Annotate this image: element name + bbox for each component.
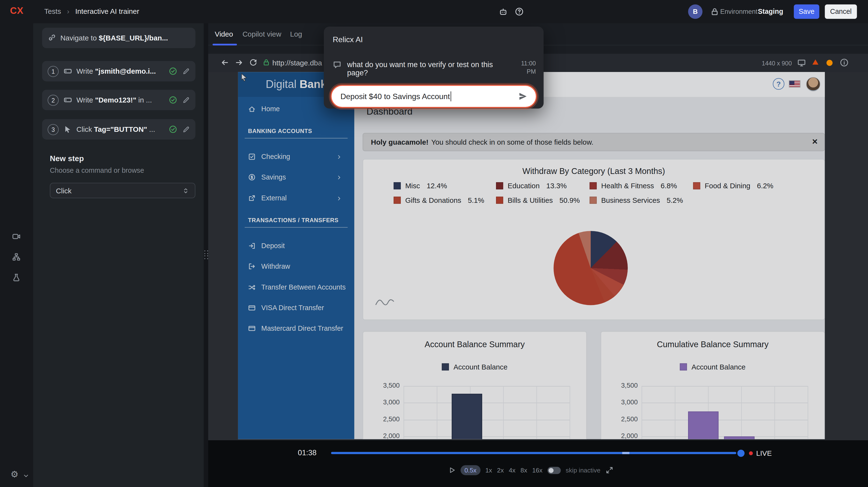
dollar-coin-icon [248,173,256,181]
progress-bar[interactable] [331,452,736,454]
ai-prompt-value: Deposit $40 to Savings Account [341,92,450,101]
bank-nav-deposit[interactable]: Deposit [238,238,354,254]
viewport-resolution: 1440 x 900 [762,60,792,66]
alert-close-icon[interactable]: × [812,136,817,147]
legend-item[interactable]: Health & Fitness6.8% [589,182,693,190]
url-text[interactable]: http://stage.dba [273,59,322,67]
legend-swatch [394,196,401,204]
legend-item[interactable]: Education13.3% [496,182,589,190]
user-avatar[interactable]: B [688,4,702,19]
external-link-icon [248,194,256,202]
tab-copilot-view[interactable]: Copilot view [242,30,281,38]
ai-prompt-input[interactable]: Deposit $40 to Savings Account [331,85,537,108]
legend-item[interactable]: Misc12.4% [394,182,496,190]
flows-sitemap-icon[interactable] [11,252,21,262]
speed-option-16x[interactable]: 16x [532,467,542,474]
monitor-icon[interactable] [797,58,806,67]
legend-swatch [442,363,449,370]
settings-gear-icon[interactable]: ⚙ [10,469,19,480]
bar-chart-legend[interactable]: Account Balance [363,363,586,371]
step-label: Write "jsmith@demo.i... [76,67,165,75]
bank-nav-mastercard[interactable]: Mastercard Direct Transfer [238,320,354,337]
send-icon[interactable] [518,91,528,101]
playhead-handle[interactable] [738,450,745,457]
bank-nav-visa[interactable]: VISA Direct Transfer [238,300,354,316]
step-card-2[interactable]: 2 Write "Demo123!" in ... [42,90,195,110]
back-icon[interactable] [220,58,229,67]
y-tick-label: 3,500 [611,382,638,389]
alert-text: You should check in on some of those fie… [431,138,594,146]
line-chart-icon[interactable] [375,298,394,306]
bar-chart-title: Account Balance Summary [363,339,586,349]
live-label[interactable]: LIVE [756,449,772,457]
environment-value[interactable]: Staging [758,7,783,15]
chevron-down-icon[interactable] [23,473,29,479]
withdraw-category-card: Withdraw By Category (Last 3 Months) Mis… [363,159,825,320]
steps-panel: Navigate to ${BASE_URL}/ban... 1 Write "… [33,23,204,487]
bar-chart-legend[interactable]: Account Balance [601,363,824,371]
save-button[interactable]: Save [794,4,819,19]
bank-nav-checking[interactable]: Checking [238,149,354,165]
edit-pencil-icon[interactable] [182,67,190,75]
panel-resize-handle[interactable] [204,23,208,487]
record-dot-icon[interactable] [827,60,833,66]
speed-option-8x[interactable]: 8x [521,467,527,474]
speed-option-0.5x[interactable]: 0.5x [461,465,480,475]
bank-user-avatar[interactable] [806,77,820,91]
legend-percentage: 12.4% [427,182,447,190]
tests-flask-icon[interactable] [11,273,21,282]
skip-inactive-toggle[interactable] [547,467,561,474]
legend-item[interactable]: Food & Dining6.2% [693,182,776,190]
step-card-1[interactable]: 1 Write "jsmith@demo.i... [42,61,195,82]
legend-item[interactable]: Business Services5.2% [589,196,693,204]
bank-nav-external[interactable]: External [238,190,354,207]
edit-pencil-icon[interactable] [182,125,190,133]
legend-percentage: 5.2% [667,196,683,204]
forward-icon[interactable] [235,58,244,67]
legend-item[interactable]: Bills & Utilities50.9% [496,196,589,204]
warning-triangle-icon[interactable] [812,58,819,66]
speed-option-1x[interactable]: 1x [485,467,492,474]
speed-option-2x[interactable]: 2x [497,467,504,474]
legend-swatch [680,363,687,370]
help-icon[interactable] [515,7,524,16]
refresh-icon[interactable] [249,58,257,67]
edit-pencil-icon[interactable] [182,96,190,104]
y-tick-label: 3,000 [373,398,400,406]
replay-player-bar: 01:38 LIVE 0.5x1x2x4x8x16x skip inactive [208,440,868,487]
us-flag-icon[interactable] [789,80,800,88]
tab-video[interactable]: Video [215,30,233,38]
live-dot-icon [749,451,753,455]
command-select[interactable]: Click [50,183,195,198]
bank-nav-withdraw[interactable]: Withdraw [238,258,354,275]
tab-log[interactable]: Log [290,30,302,38]
bank-help-icon[interactable]: ? [773,78,784,90]
legend-percentage: 50.9% [559,196,580,204]
assistant-robot-icon[interactable] [499,7,507,16]
y-tick-label: 2,500 [611,415,638,423]
withdraw-pie[interactable] [554,231,628,305]
bank-nav-transfer[interactable]: Transfer Between Accounts [238,279,354,296]
legend-item[interactable]: Gifts & Donations5.1% [394,196,496,204]
recordings-camera-icon[interactable] [11,232,21,241]
check-square-icon [248,153,256,161]
legend-swatch [589,182,597,189]
breadcrumb-current: Interactive AI trainer [75,7,139,16]
speed-option-4x[interactable]: 4x [509,467,516,474]
step-card-3[interactable]: 3 Click Tag="BUTTON" ... [42,119,195,140]
fullscreen-icon[interactable] [606,466,613,474]
bank-nav-savings[interactable]: Savings [238,169,354,186]
drag-handle-dots-icon [204,250,208,259]
legend-label: Health & Fitness [601,182,654,190]
info-icon[interactable] [840,58,848,67]
cancel-button[interactable]: Cancel [825,4,857,19]
play-icon[interactable] [448,466,456,474]
bar[interactable] [724,436,755,439]
relicx-logo[interactable]: CX [10,6,24,17]
bar[interactable] [452,394,482,439]
bar[interactable] [688,411,719,439]
sign-in-icon [248,242,256,250]
navigate-step-card[interactable]: Navigate to ${BASE_URL}/ban... [42,28,195,48]
breadcrumb-tests[interactable]: Tests [44,7,61,16]
step-label: Click Tag="BUTTON" ... [76,125,165,133]
